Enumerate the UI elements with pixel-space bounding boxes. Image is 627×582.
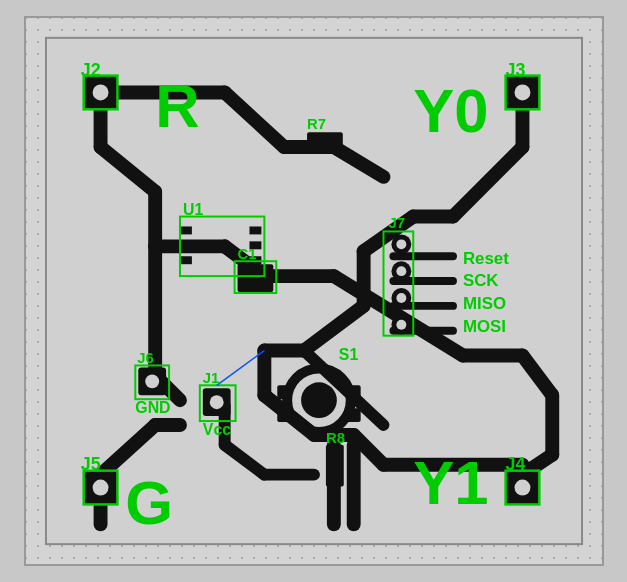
pcb-board: J2 J3 J5 J4 R Y0 G Y1 GND Vcc Reset SCK [24,16,604,566]
c1-label: C1 [237,246,256,262]
svg-rect-56 [307,132,343,154]
r-label: R [155,71,199,140]
j6-label: J6 [137,350,154,366]
svg-point-64 [396,293,406,303]
svg-rect-57 [325,445,343,487]
svg-point-45 [92,85,108,101]
svg-point-68 [301,382,337,418]
svg-point-49 [92,480,108,496]
svg-point-55 [209,395,223,409]
svg-rect-69 [277,385,291,399]
svg-point-51 [514,480,530,496]
j7-label: J7 [388,215,405,231]
reset-label: Reset [462,249,508,268]
u1-label: U1 [182,201,202,218]
miso-label: MISO [462,294,505,313]
sck-label: SCK [462,271,498,290]
svg-rect-71 [277,408,291,422]
svg-point-47 [514,85,530,101]
y0-label: Y0 [413,76,488,145]
svg-rect-70 [346,385,360,399]
svg-rect-58 [237,264,273,292]
r8-label: R8 [325,430,344,446]
svg-rect-75 [179,256,191,264]
mosi-label: MOSI [462,317,505,336]
j1-label: J1 [202,370,219,386]
svg-point-66 [396,320,406,330]
r7-label: R7 [307,116,326,132]
vcc-label: Vcc [202,421,230,438]
svg-rect-76 [249,226,261,234]
g-label: G [125,468,173,537]
svg-rect-74 [179,241,191,249]
svg-rect-72 [346,408,360,422]
y1-label: Y1 [413,448,488,517]
svg-point-60 [396,239,406,249]
svg-point-62 [396,266,406,276]
gnd-label: GND [135,399,170,416]
svg-point-53 [145,374,159,388]
svg-rect-73 [179,226,191,234]
s1-label: S1 [338,346,358,363]
